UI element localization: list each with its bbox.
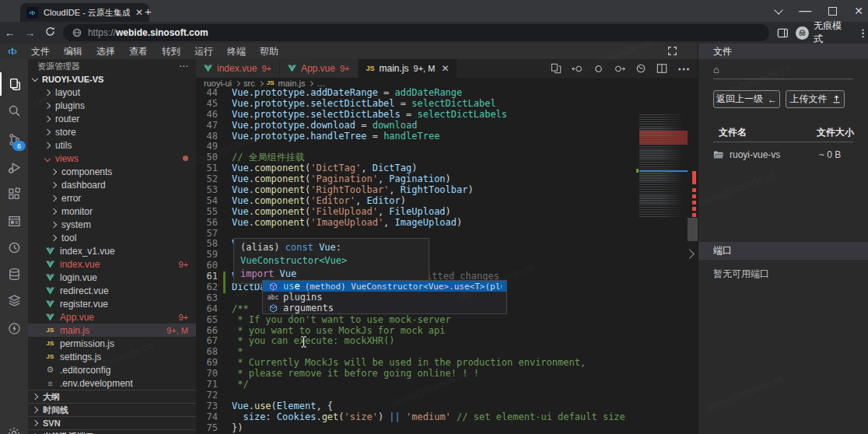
search-icon[interactable] [0, 99, 28, 122]
tree-item[interactable]: plugins [28, 99, 196, 112]
tree-item[interactable]: index.vue9+ [28, 257, 196, 271]
more-actions-icon[interactable]: ⋯ [677, 61, 690, 76]
tree-item[interactable]: ⚙.editorconfig [28, 363, 196, 376]
tree-item[interactable]: views [28, 152, 196, 165]
explorer-section-1[interactable]: 时间线 [28, 403, 196, 416]
code-line-46: 46Vue.prototype.selectDictLabels = selec… [196, 110, 698, 121]
timeline-clock-icon[interactable] [0, 236, 28, 259]
tab-close-icon[interactable]: ✕ [135, 7, 143, 18]
tree-item[interactable]: layout [28, 86, 196, 99]
suggest-item-plugins[interactable]: abc plugins [263, 292, 506, 303]
tree-item[interactable]: JSpermission.js [28, 337, 196, 350]
tab-main-js[interactable]: JS main.js 9+, M ✕ [359, 59, 458, 78]
explorer-icon[interactable] [0, 72, 28, 96]
close-window-icon[interactable]: ✕ [854, 5, 863, 17]
tree-item[interactable]: components [28, 165, 196, 178]
tree-item[interactable]: index_v1.vue [28, 244, 196, 257]
menu-item-5[interactable]: 运行 [187, 45, 220, 58]
tree-item[interactable]: tool [28, 231, 196, 244]
tree-item[interactable]: store [28, 125, 196, 138]
explorer-more-icon[interactable]: ⋯ [179, 61, 188, 72]
collapse-right-panel-button[interactable] [681, 242, 697, 265]
explorer-section-0[interactable]: 大纲 [28, 390, 196, 403]
tree-item-label: plugins [55, 100, 85, 111]
forward-icon[interactable]: → [20, 26, 40, 39]
incognito-icon [796, 26, 809, 40]
chevron-right-icon [32, 407, 38, 413]
tree-item[interactable]: ≡.env.development [28, 376, 196, 390]
fullscreen-icon[interactable] [667, 46, 677, 58]
menu-item-1[interactable]: 编辑 [57, 45, 89, 58]
minimize-icon[interactable]: — [799, 4, 811, 18]
preview-window-icon[interactable] [0, 209, 28, 233]
maximize-icon[interactable] [828, 7, 837, 16]
open-changes-icon[interactable] [551, 63, 562, 74]
settings-gear-icon[interactable] [0, 422, 28, 434]
tree-item[interactable]: redirect.vue [28, 284, 196, 297]
explorer-section-2[interactable]: SVN [28, 416, 196, 429]
menu-item-4[interactable]: 转到 [155, 45, 187, 58]
breadcrumb-item[interactable]: main.js [278, 79, 306, 88]
code-line-44: 44Vue.prototype.addDateRange = addDateRa… [196, 88, 698, 99]
new-tab-button[interactable]: + [145, 5, 152, 18]
tree-item[interactable]: system [28, 218, 196, 231]
url-bar[interactable]: https:// webide.sinosoft.com [63, 24, 769, 41]
next-change-icon[interactable] [614, 64, 625, 74]
layers-icon[interactable] [0, 289, 28, 312]
tree-item-label: register.vue [60, 299, 108, 310]
extensions-icon[interactable] [0, 182, 28, 205]
browser-tab[interactable]: ‹t› CloudIDE - 云原生集成开发环境 ✕ [20, 3, 149, 22]
tree-item[interactable]: error [28, 191, 196, 205]
back-icon[interactable]: ← [0, 26, 20, 39]
scrollbar-thumb[interactable] [688, 218, 698, 241]
back-parent-button[interactable]: 返回上一级← [713, 90, 780, 108]
reload-icon[interactable] [40, 26, 60, 39]
tree-item[interactable]: register.vue [28, 297, 196, 310]
tree-item[interactable]: App.vue9+ [28, 310, 196, 324]
tab-app-vue[interactable]: App.vue 9+ [280, 59, 359, 78]
menu-item-2[interactable]: 选择 [89, 45, 122, 58]
chevron-down-icon [32, 75, 38, 82]
suggest-item-use[interactable]: use (method) VueConstructor<Vue>.use<T>(… [263, 281, 506, 292]
tab-close-icon[interactable]: ✕ [441, 63, 449, 74]
run-debug-icon[interactable] [0, 156, 28, 179]
side-panel-icon[interactable] [777, 27, 789, 39]
menu-item-6[interactable]: 终端 [220, 45, 253, 58]
timeline-icon[interactable] [635, 63, 646, 74]
suggest-item-arguments[interactable]: arguments [263, 303, 506, 313]
database-icon[interactable] [0, 262, 28, 285]
tree-item[interactable]: router [28, 112, 196, 125]
source-control-icon[interactable]: 6 [0, 128, 28, 151]
vue-icon [45, 274, 55, 282]
breadcrumb-item[interactable]: ruoyi-ui [204, 79, 232, 88]
split-editor-icon[interactable] [656, 63, 667, 74]
window-menu-icon[interactable] [775, 5, 783, 14]
tab-index-vue[interactable]: index.vue 9+ [196, 59, 280, 78]
tree-item-label: views [55, 153, 79, 164]
tree-item[interactable]: JSmain.js9+, M [28, 324, 196, 337]
ports-header[interactable]: 端口 [698, 242, 868, 260]
tab-badge: 9+ [261, 64, 271, 73]
menu-item-0[interactable]: 文件 [24, 45, 57, 58]
lightning-icon[interactable] [0, 317, 28, 340]
file-row[interactable]: ruoyi-vue-vs ~ 0 B [713, 148, 853, 162]
tree-root[interactable]: RUOYI-VUE-VS [28, 73, 196, 86]
home-icon[interactable]: ⌂ [713, 64, 719, 75]
chevron-right-icon [51, 234, 57, 240]
tree-item[interactable]: dashboard [28, 178, 196, 191]
breadcrumb-item[interactable]: … [317, 79, 325, 88]
tree-item-label: system [61, 219, 91, 230]
tree-item[interactable]: login.vue [28, 271, 196, 284]
breadcrumb-item[interactable]: src [243, 79, 255, 88]
change-dot-icon[interactable] [593, 64, 604, 74]
menu-item-3[interactable]: 查看 [122, 45, 155, 58]
menu-item-7[interactable]: 帮助 [253, 45, 285, 58]
tree-item[interactable]: monitor [28, 205, 196, 218]
browser-menu-icon[interactable]: ⋮ [858, 27, 868, 39]
minimap[interactable] [639, 114, 688, 218]
tree-item[interactable]: JSsettings.js [28, 350, 196, 363]
previous-change-icon[interactable] [572, 64, 583, 74]
explorer-section-3[interactable]: 当前激活端口 [28, 429, 196, 434]
upload-file-button[interactable]: 上传文件 [786, 90, 845, 108]
tree-item[interactable]: utils [28, 138, 196, 152]
